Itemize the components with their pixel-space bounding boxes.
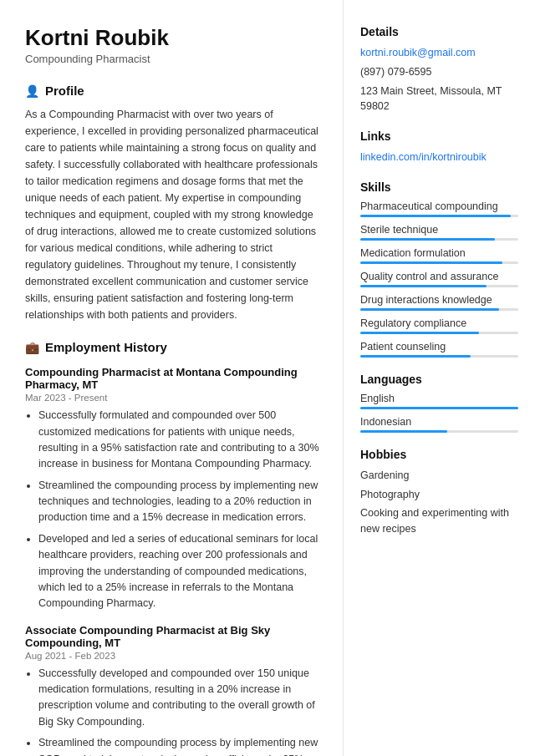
- skills-list: Pharmaceutical compounding Sterile techn…: [360, 200, 518, 358]
- skill-bar-bg: [360, 215, 518, 217]
- profile-section-title: 👤 Profile: [25, 84, 319, 98]
- skill-bar-fill: [360, 261, 502, 264]
- language-item: English: [360, 393, 518, 409]
- language-name: Indonesian: [360, 416, 518, 428]
- candidate-name: Kortni Roubik: [25, 25, 319, 51]
- list-item: Developed and led a series of educationa…: [38, 531, 319, 612]
- skill-bar-bg: [360, 285, 518, 287]
- employment-icon: 💼: [25, 341, 39, 354]
- skill-name: Sterile technique: [360, 224, 518, 236]
- profile-text: As a Compounding Pharmacist with over tw…: [25, 106, 319, 323]
- skill-bar-bg: [360, 261, 518, 264]
- list-item: Successfully developed and compounded ov…: [38, 666, 319, 731]
- skill-bar-bg: [360, 332, 518, 334]
- skill-item: Drug interactions knowledge: [360, 294, 518, 311]
- job-2-title: Associate Compounding Pharmacist at Big …: [25, 624, 319, 649]
- linkedin-link-item: linkedin.com/in/kortniroubik: [360, 150, 518, 165]
- languages-list: English Indonesian: [360, 393, 518, 433]
- job-2-bullets: Successfully developed and compounded ov…: [25, 666, 319, 756]
- skill-bar-fill: [360, 285, 487, 287]
- hobbies-section-title: Hobbies: [360, 448, 518, 461]
- hobby-item: Cooking and experimenting with new recip…: [360, 505, 518, 537]
- employment-section-title: 💼 Employment History: [25, 340, 319, 354]
- skill-name: Quality control and assurance: [360, 271, 518, 282]
- job-1: Compounding Pharmacist at Montana Compou…: [25, 366, 319, 612]
- skill-name: Medication formulation: [360, 247, 518, 259]
- job-2-dates: Aug 2021 - Feb 2023: [25, 651, 319, 661]
- skill-bar-fill: [360, 355, 471, 358]
- hobby-item: Gardening: [360, 468, 518, 484]
- skill-bar-fill: [360, 215, 511, 217]
- language-bar-fill: [360, 407, 518, 409]
- details-section-title: Details: [360, 25, 518, 38]
- job-2: Associate Compounding Pharmacist at Big …: [25, 624, 319, 756]
- skill-item: Medication formulation: [360, 247, 518, 264]
- skill-name: Regulatory compliance: [360, 317, 518, 329]
- skill-bar-fill: [360, 238, 495, 241]
- skill-name: Patient counseling: [360, 341, 518, 353]
- skills-section-title: Skills: [360, 180, 518, 194]
- profile-icon: 👤: [25, 84, 39, 98]
- language-item: Indonesian: [360, 416, 518, 433]
- languages-section-title: Languages: [360, 373, 518, 386]
- address-detail: 123 Main Street, Missoula, MT 59802: [360, 84, 518, 115]
- job-1-bullets: Successfully formulated and compounded o…: [25, 408, 319, 612]
- resume-header: Kortni Roubik Compounding Pharmacist: [25, 25, 319, 65]
- language-bar-bg: [360, 407, 518, 409]
- language-bar-bg: [360, 430, 518, 433]
- skill-item: Regulatory compliance: [360, 317, 518, 334]
- phone-detail: (897) 079-6595: [360, 64, 518, 80]
- links-section-title: Links: [360, 129, 518, 143]
- skill-item: Quality control and assurance: [360, 271, 518, 287]
- skill-bar-bg: [360, 238, 518, 241]
- email-detail: kortni.roubik@gmail.com: [360, 45, 518, 61]
- skill-item: Patient counseling: [360, 341, 518, 358]
- skill-bar-bg: [360, 355, 518, 358]
- job-1-title: Compounding Pharmacist at Montana Compou…: [25, 366, 319, 391]
- job-1-dates: Mar 2023 - Present: [25, 393, 319, 403]
- hobby-item: Photography: [360, 487, 518, 503]
- skill-bar-bg: [360, 308, 518, 311]
- skill-bar-fill: [360, 308, 499, 311]
- email-link[interactable]: kortni.roubik@gmail.com: [360, 47, 476, 58]
- hobbies-list: GardeningPhotographyCooking and experime…: [360, 468, 518, 537]
- skill-item: Pharmaceutical compounding: [360, 200, 518, 217]
- candidate-title: Compounding Pharmacist: [25, 53, 319, 65]
- skill-name: Drug interactions knowledge: [360, 294, 518, 306]
- linkedin-link[interactable]: linkedin.com/in/kortniroubik: [360, 151, 487, 163]
- skill-bar-fill: [360, 332, 479, 334]
- language-bar-fill: [360, 430, 447, 433]
- list-item: Successfully formulated and compounded o…: [38, 408, 319, 473]
- skill-item: Sterile technique: [360, 224, 518, 241]
- list-item: Streamlined the compounding process by i…: [38, 478, 319, 526]
- language-name: English: [360, 393, 518, 404]
- skill-name: Pharmaceutical compounding: [360, 200, 518, 212]
- list-item: Streamlined the compounding process by i…: [38, 735, 319, 756]
